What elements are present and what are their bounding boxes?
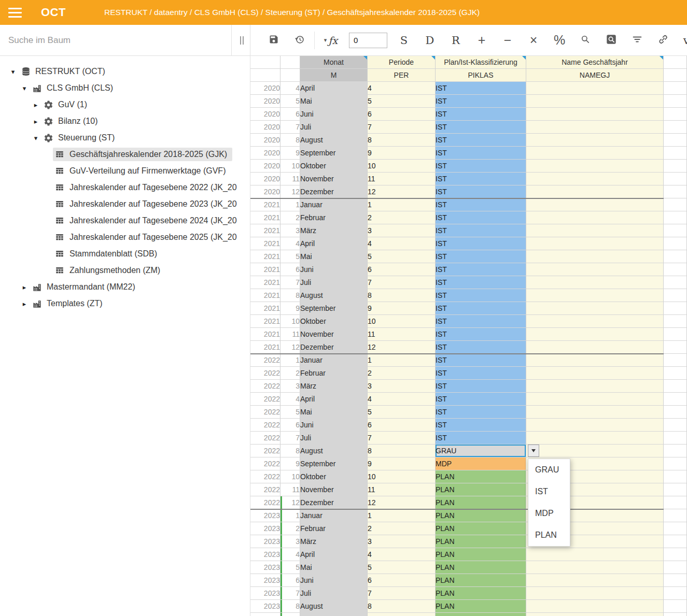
tree-item[interactable]: Jahreskalender auf Tagesebene 2025 (JK_2… (0, 229, 250, 246)
tree-item[interactable]: ▾CLS GmbH (CLS) (0, 80, 250, 96)
tree-item[interactable]: Jahreskalender auf Tagesebene 2023 (JK_2… (0, 196, 250, 212)
cell-monat[interactable]: Januar (300, 509, 368, 522)
cell-namegj[interactable] (526, 95, 664, 108)
cell-monat[interactable]: April (300, 393, 368, 406)
tree-item-content[interactable]: Jahreskalender auf Tagesebene 2022 (JK_2… (53, 181, 242, 194)
cell-monat[interactable]: November (300, 173, 368, 185)
cell-periode[interactable]: 8 (368, 445, 436, 457)
tree-item[interactable]: Zahlungsmethoden (ZM) (0, 262, 250, 279)
column-code-piklas[interactable]: PIKLAS (436, 69, 526, 82)
cell-periode[interactable]: 10 (368, 470, 436, 483)
cell-namegj[interactable] (526, 237, 664, 250)
delete-button[interactable]: × (521, 29, 546, 52)
cell-monat[interactable]: Juli (300, 121, 368, 134)
cell-monat[interactable]: Mai (300, 95, 368, 108)
cell-namegj[interactable] (526, 548, 664, 561)
menu-icon[interactable] (8, 8, 22, 18)
cell-monat[interactable]: Oktober (300, 315, 368, 328)
cell-periode[interactable]: 11 (368, 173, 436, 185)
cell-namegj[interactable] (526, 276, 664, 289)
cell-namegj[interactable] (526, 574, 664, 587)
dropdown-option[interactable]: MDP (528, 503, 570, 524)
cell-periode[interactable]: 4 (368, 82, 436, 95)
tree-item-content[interactable]: GuV (1) (41, 98, 92, 112)
cell-namegj[interactable] (526, 185, 664, 198)
cell-periode[interactable]: 5 (368, 561, 436, 574)
cell-namegj[interactable] (526, 432, 664, 445)
tree-item-content[interactable]: Templates (ZT) (30, 297, 108, 311)
cell-monat[interactable]: März (300, 224, 368, 237)
cell-periode[interactable]: 1 (368, 509, 436, 522)
link-button[interactable] (650, 29, 676, 52)
column-code-namegj[interactable]: NAMEGJ (526, 69, 664, 82)
cell-piklas[interactable]: PLAN (436, 470, 526, 483)
cell-piklas[interactable]: PLAN (436, 509, 526, 522)
tree-item-content[interactable]: Steuerung (ST) (41, 131, 120, 145)
cell-periode[interactable]: 8 (368, 600, 436, 613)
cell-periode[interactable]: 2 (368, 367, 436, 380)
cell-piklas[interactable]: IST (436, 160, 526, 173)
cell-monat[interactable]: Januar (300, 354, 368, 367)
formula-dropdown[interactable]: ▾ƒx (316, 29, 345, 52)
subtract-button[interactable]: − (495, 29, 521, 52)
cell-namegj[interactable] (526, 315, 664, 328)
cell-piklas[interactable]: GRAU (436, 445, 526, 457)
cell-periode[interactable]: 1 (368, 198, 436, 211)
cell-monat[interactable]: September (300, 457, 368, 470)
cell-periode[interactable]: 12 (368, 185, 436, 198)
tree-item[interactable]: ▸Templates (ZT) (0, 295, 250, 312)
tree-item[interactable]: Jahreskalender auf Tagesebene 2022 (JK_2… (0, 179, 250, 196)
cell-piklas[interactable]: IST (436, 173, 526, 185)
dropdown-option[interactable]: GRAU (528, 459, 570, 481)
cell-periode[interactable]: 3 (368, 224, 436, 237)
cell-namegj[interactable] (526, 147, 664, 160)
history-button[interactable] (287, 29, 313, 52)
cell-piklas[interactable]: IST (436, 341, 526, 354)
cell-periode[interactable]: 7 (368, 121, 436, 134)
cell-monat[interactable]: Juli (300, 276, 368, 289)
cell-namegj[interactable] (526, 198, 664, 211)
tree-item[interactable]: Jahreskalender auf Tagesebene 2024 (JK_2… (0, 212, 250, 229)
cell-namegj[interactable] (526, 160, 664, 173)
cell-namegj[interactable] (526, 367, 664, 380)
cell-periode[interactable]: 3 (368, 535, 436, 548)
cell-namegj[interactable] (526, 173, 664, 185)
cell-monat[interactable]: August (300, 445, 368, 457)
cell-piklas[interactable]: IST (436, 121, 526, 134)
tree-item-content[interactable]: Jahreskalender auf Tagesebene 2025 (JK_2… (53, 231, 242, 244)
save-button[interactable] (261, 29, 287, 52)
cell-monat[interactable]: September (300, 302, 368, 315)
cell-piklas[interactable]: IST (436, 315, 526, 328)
cell-periode[interactable]: 4 (368, 548, 436, 561)
cell-monat[interactable]: September (300, 147, 368, 160)
cell-monat[interactable]: Mai (300, 561, 368, 574)
tree-item[interactable]: Stammdatenblatt (SDB) (0, 246, 250, 262)
cell-periode[interactable]: 6 (368, 419, 436, 432)
r-button[interactable]: R (443, 29, 469, 52)
chevron-down-icon[interactable]: ▾ (7, 68, 19, 76)
cell-monat[interactable]: Dezember (300, 341, 368, 354)
cell-monat[interactable]: August (300, 134, 368, 147)
column-header-namegj[interactable]: Name Geschäftsjahr (526, 56, 664, 69)
cell-monat[interactable]: April (300, 548, 368, 561)
cell-monat[interactable]: Dezember (300, 185, 368, 198)
cell-dropdown-button[interactable] (528, 445, 539, 457)
cell-monat[interactable]: Juli (300, 432, 368, 445)
column-header-periode[interactable]: Periode (368, 56, 436, 69)
cell-monat[interactable]: Juni (300, 419, 368, 432)
dropdown-option[interactable]: IST (528, 481, 570, 503)
cell-namegj[interactable] (526, 600, 664, 613)
cell-piklas[interactable]: IST (436, 185, 526, 198)
cell-monat[interactable]: Oktober (300, 470, 368, 483)
cell-piklas[interactable]: IST (436, 211, 526, 224)
cell-periode[interactable]: 10 (368, 315, 436, 328)
cell-periode[interactable]: 10 (368, 160, 436, 173)
cell-namegj[interactable] (526, 613, 664, 616)
cell-monat[interactable]: Mai (300, 250, 368, 263)
search-data-button[interactable] (598, 29, 624, 52)
cell-namegj[interactable] (526, 561, 664, 574)
cell-periode[interactable]: 11 (368, 328, 436, 341)
cell-periode[interactable]: 7 (368, 276, 436, 289)
cell-monat[interactable]: September (300, 613, 368, 616)
cell-namegj[interactable] (526, 393, 664, 406)
